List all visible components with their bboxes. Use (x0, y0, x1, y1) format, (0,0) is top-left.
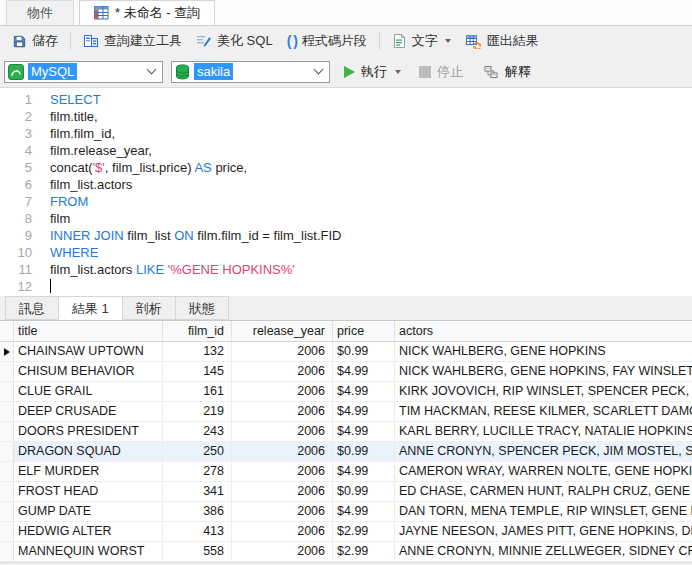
grid-cell[interactable]: ANNE CRONYN, MINNIE ZELLWEGER, SIDNEY CR… (395, 542, 692, 561)
table-row[interactable]: DEEP CRUSADE2192006$4.99TIM HACKMAN, REE… (0, 402, 692, 422)
grid-cell[interactable]: 250 (163, 442, 232, 461)
grid-corner[interactable] (0, 321, 14, 341)
grid-cell[interactable]: 2006 (232, 482, 333, 501)
grid-cell[interactable]: JAYNE NEESON, JAMES PITT, GENE HOPKINS, … (395, 522, 692, 541)
column-header-title[interactable]: title (14, 321, 163, 341)
grid-cell[interactable]: $4.99 (333, 422, 395, 441)
table-row[interactable]: GUMP DATE3862006$4.99DAN TORN, MENA TEMP… (0, 502, 692, 522)
row-gutter[interactable] (0, 542, 14, 561)
grid-cell[interactable]: 278 (163, 462, 232, 481)
grid-cell[interactable]: CAMERON WRAY, WARREN NOLTE, GENE HOPKIN (395, 462, 692, 481)
grid-cell[interactable]: 132 (163, 342, 232, 361)
editor-line[interactable]: 8film (0, 210, 692, 227)
editor-line[interactable]: 10WHERE (0, 244, 692, 261)
grid-cell[interactable]: 2006 (232, 542, 333, 561)
grid-cell[interactable]: 161 (163, 382, 232, 401)
tab-messages[interactable]: 訊息 (5, 296, 59, 320)
row-gutter[interactable] (0, 362, 14, 381)
grid-cell[interactable]: $4.99 (333, 402, 395, 421)
table-row[interactable]: DOORS PRESIDENT2432006$4.99KARL BERRY, L… (0, 422, 692, 442)
grid-cell[interactable]: $4.99 (333, 382, 395, 401)
grid-cell[interactable]: 2006 (232, 502, 333, 521)
editor-line[interactable]: 11film_list.actors LIKE '%GENE HOPKINS%' (0, 261, 692, 278)
grid-cell[interactable]: 413 (163, 522, 232, 541)
grid-cell[interactable]: 341 (163, 482, 232, 501)
editor-line[interactable]: 4film.release_year, (0, 142, 692, 159)
grid-cell[interactable]: ELF MURDER (14, 462, 163, 481)
run-button[interactable]: 執行 (338, 63, 407, 81)
column-header-release_year[interactable]: release_year (232, 321, 333, 341)
grid-cell[interactable]: 2006 (232, 422, 333, 441)
table-row[interactable]: FROST HEAD3412006$0.99ED CHASE, CARMEN H… (0, 482, 692, 502)
grid-cell[interactable]: DEEP CRUSADE (14, 402, 163, 421)
table-row[interactable]: DRAGON SQUAD2502006$0.99ANNE CRONYN, SPE… (0, 442, 692, 462)
editor-line[interactable]: 6film_list.actors (0, 176, 692, 193)
stop-button[interactable]: 停止 (413, 63, 469, 81)
grid-cell[interactable]: 2006 (232, 522, 333, 541)
table-row[interactable]: MANNEQUIN WORST5582006$2.99ANNE CRONYN, … (0, 542, 692, 562)
grid-cell[interactable]: 2006 (232, 362, 333, 381)
grid-cell[interactable]: $0.99 (333, 342, 395, 361)
sql-editor[interactable]: 1SELECT2film.title,3film.film_id,4film.r… (0, 88, 692, 296)
grid-cell[interactable]: KARL BERRY, LUCILLE TRACY, NATALIE HOPKI… (395, 422, 692, 441)
save-button[interactable]: 儲存 (5, 29, 65, 53)
editor-line[interactable]: 5concat('$', film_list.price) AS price, (0, 159, 692, 176)
row-gutter[interactable] (0, 522, 14, 541)
grid-cell[interactable]: $4.99 (333, 462, 395, 481)
grid-cell[interactable]: 2006 (232, 342, 333, 361)
grid-cell[interactable]: NICK WAHLBERG, GENE HOPKINS (395, 342, 692, 361)
row-gutter[interactable] (0, 482, 14, 501)
grid-cell[interactable]: HEDWIG ALTER (14, 522, 163, 541)
table-row[interactable]: CLUE GRAIL1612006$4.99KIRK JOVOVICH, RIP… (0, 382, 692, 402)
database-select[interactable]: sakila (171, 61, 330, 83)
grid-cell[interactable]: MANNEQUIN WORST (14, 542, 163, 561)
grid-cell[interactable]: 2006 (232, 402, 333, 421)
grid-cell[interactable]: CHISUM BEHAVIOR (14, 362, 163, 381)
code-snippet-button[interactable]: ( ) 程式碼片段 (280, 29, 374, 53)
grid-cell[interactable]: CLUE GRAIL (14, 382, 163, 401)
row-gutter[interactable] (0, 422, 14, 441)
column-header-film_id[interactable]: film_id (163, 321, 232, 341)
editor-line[interactable]: 7FROM (0, 193, 692, 210)
row-gutter[interactable] (0, 402, 14, 421)
grid-cell[interactable]: $4.99 (333, 502, 395, 521)
table-row[interactable]: CHAINSAW UPTOWN1322006$0.99NICK WAHLBERG… (0, 342, 692, 362)
grid-cell[interactable]: TIM HACKMAN, REESE KILMER, SCARLETT DAMO… (395, 402, 692, 421)
text-view-button[interactable]: 文字 (385, 29, 458, 53)
grid-cell[interactable]: DRAGON SQUAD (14, 442, 163, 461)
row-gutter[interactable] (0, 462, 14, 481)
row-gutter[interactable] (0, 342, 14, 361)
grid-cell[interactable]: ANNE CRONYN, SPENCER PECK, JIM MOSTEL, S… (395, 442, 692, 461)
grid-cell[interactable]: 219 (163, 402, 232, 421)
tab-profiling[interactable]: 剖析 (122, 296, 176, 320)
tab-result-1[interactable]: 結果 1 (58, 296, 123, 320)
grid-cell[interactable]: 243 (163, 422, 232, 441)
editor-line[interactable]: 3film.film_id, (0, 125, 692, 142)
tab-query[interactable]: * 未命名 - 查詢 (79, 0, 215, 25)
editor-line[interactable]: 12 (0, 278, 692, 295)
editor-line[interactable]: 9INNER JOIN film_list ON film.film_id = … (0, 227, 692, 244)
grid-cell[interactable]: ED CHASE, CARMEN HUNT, RALPH CRUZ, GENE … (395, 482, 692, 501)
grid-cell[interactable]: 2006 (232, 382, 333, 401)
row-gutter[interactable] (0, 502, 14, 521)
grid-cell[interactable]: $0.99 (333, 442, 395, 461)
grid-cell[interactable]: NICK WAHLBERG, GENE HOPKINS, FAY WINSLET… (395, 362, 692, 381)
explain-button[interactable]: 解釋 (477, 63, 537, 81)
connection-select[interactable]: MySQL (4, 61, 163, 83)
grid-cell[interactable]: DOORS PRESIDENT (14, 422, 163, 441)
grid-cell[interactable]: 2006 (232, 442, 333, 461)
grid-cell[interactable]: DAN TORN, MENA TEMPLE, RIP WINSLET, GENE… (395, 502, 692, 521)
table-row[interactable]: HEDWIG ALTER4132006$2.99JAYNE NEESON, JA… (0, 522, 692, 542)
table-row[interactable]: CHISUM BEHAVIOR1452006$4.99NICK WAHLBERG… (0, 362, 692, 382)
column-header-price[interactable]: price (333, 321, 395, 341)
tab-objects[interactable]: 物件 (6, 0, 74, 25)
grid-cell[interactable]: FROST HEAD (14, 482, 163, 501)
grid-cell[interactable]: KIRK JOVOVICH, RIP WINSLET, SPENCER PECK… (395, 382, 692, 401)
grid-cell[interactable]: GUMP DATE (14, 502, 163, 521)
grid-cell[interactable]: CHAINSAW UPTOWN (14, 342, 163, 361)
editor-line[interactable]: 2film.title, (0, 108, 692, 125)
grid-cell[interactable]: $2.99 (333, 522, 395, 541)
grid-cell[interactable]: $0.99 (333, 482, 395, 501)
grid-cell[interactable]: 386 (163, 502, 232, 521)
tab-status[interactable]: 狀態 (175, 296, 229, 320)
